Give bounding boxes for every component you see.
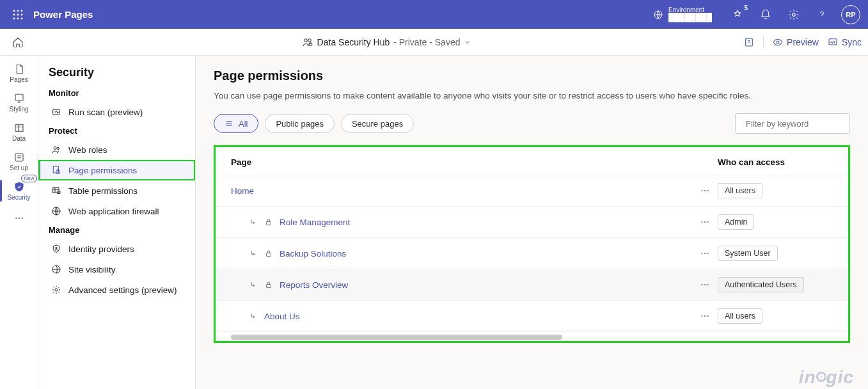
page-link[interactable]: Reports Overview: [280, 280, 348, 290]
svg-point-25: [57, 147, 59, 149]
lock-icon: [264, 280, 273, 289]
nav-title: Security: [49, 66, 185, 79]
preview-label: Preview: [787, 37, 819, 47]
page-link[interactable]: Home: [231, 186, 254, 196]
svg-point-6: [13, 17, 15, 19]
filter-all[interactable]: All: [214, 114, 258, 133]
search-input-wrap[interactable]: [735, 113, 850, 134]
filter-row: All Public pages Secure pages: [214, 113, 850, 134]
role-badge[interactable]: Admin: [718, 214, 754, 230]
table-row[interactable]: Role ManagementAdmin: [216, 207, 848, 238]
nav-identity[interactable]: Identity providers: [38, 239, 195, 259]
nav-run-scan[interactable]: Run scan (preview): [38, 102, 195, 122]
product-name: Power Pages: [33, 9, 93, 20]
svg-rect-26: [53, 166, 58, 173]
rail-security-label: Security: [7, 194, 30, 201]
filter-public[interactable]: Public pages: [265, 114, 334, 133]
page-link[interactable]: Backup Solutions: [280, 249, 346, 258]
rail-styling[interactable]: Styling: [0, 88, 38, 117]
svg-point-15: [777, 41, 779, 44]
scan-icon: [51, 106, 62, 118]
svg-point-11: [304, 38, 307, 42]
sync-button[interactable]: Sync: [828, 37, 862, 47]
row-more-icon[interactable]: [692, 311, 718, 321]
command-bar: Data Security Hub - Private - Saved Prev…: [0, 29, 868, 56]
app-launcher-icon[interactable]: [8, 4, 28, 25]
help-icon[interactable]: [809, 2, 835, 28]
filter-secure[interactable]: Secure pages: [341, 114, 414, 133]
row-more-icon[interactable]: [692, 186, 718, 196]
svg-rect-38: [267, 221, 271, 225]
site-picker[interactable]: Data Security Hub - Private - Saved: [29, 36, 744, 48]
row-more-icon[interactable]: [692, 217, 718, 227]
copilot-icon[interactable]: 5: [725, 2, 750, 28]
row-more-icon[interactable]: [692, 280, 718, 290]
role-badge[interactable]: Authenticated Users: [718, 277, 804, 292]
svg-rect-23: [53, 109, 60, 115]
access-cell: Authenticated Users: [718, 277, 833, 292]
svg-rect-17: [15, 94, 23, 100]
role-badge[interactable]: All users: [718, 183, 762, 198]
rail-more[interactable]: [0, 205, 38, 231]
table-row[interactable]: About UsAll users: [216, 301, 848, 332]
site-lock-icon: [302, 36, 313, 48]
nav-waf[interactable]: Web application firewall: [38, 201, 195, 221]
nav-advanced[interactable]: Advanced settings (preview): [38, 280, 195, 300]
svg-point-37: [707, 190, 709, 191]
settings-icon[interactable]: [781, 2, 807, 28]
sync-label: Sync: [842, 37, 862, 47]
table-row[interactable]: HomeAll users: [216, 175, 848, 207]
svg-point-49: [707, 284, 709, 285]
filter-secure-label: Secure pages: [352, 119, 403, 129]
svg-point-47: [701, 284, 702, 285]
role-badge[interactable]: System User: [718, 246, 778, 261]
lock-icon: [264, 218, 273, 226]
table-row[interactable]: Reports OverviewAuthenticated Users: [216, 269, 848, 301]
rail-data[interactable]: Data: [0, 117, 38, 147]
search-input[interactable]: [745, 118, 855, 129]
page-link[interactable]: Role Management: [280, 218, 350, 227]
visibility-icon: [51, 264, 62, 275]
page-link[interactable]: About Us: [264, 312, 300, 321]
notifications-icon[interactable]: [753, 2, 778, 28]
rail-data-label: Data: [12, 135, 26, 142]
rail-pages[interactable]: Pages: [0, 58, 38, 88]
svg-rect-19: [15, 154, 23, 161]
child-arrow-icon: [249, 312, 258, 321]
filter-public-label: Public pages: [276, 119, 323, 129]
feedback-icon[interactable]: [744, 37, 754, 47]
role-badge[interactable]: All users: [718, 308, 762, 324]
access-cell: All users: [718, 308, 833, 324]
rail-setup[interactable]: Set up: [0, 147, 38, 176]
svg-point-8: [21, 17, 23, 19]
nav-web-roles[interactable]: Web roles: [38, 139, 195, 160]
home-icon[interactable]: [6, 31, 29, 54]
table-row[interactable]: Backup SolutionsSystem User: [216, 238, 848, 269]
row-more-icon[interactable]: [692, 248, 718, 258]
svg-point-22: [21, 218, 22, 219]
svg-point-7: [17, 17, 19, 19]
avatar[interactable]: RP: [841, 5, 860, 24]
grid-header: Page Who can access: [216, 147, 848, 175]
nav-table-permissions[interactable]: Table permissions: [38, 180, 195, 201]
svg-point-52: [707, 315, 709, 317]
roles-icon: [51, 144, 62, 155]
group-protect: Protect: [49, 126, 185, 136]
permissions-grid: Page Who can access HomeAll usersRole Ma…: [214, 145, 850, 343]
nav-page-permissions[interactable]: Page permissions: [38, 160, 195, 180]
environment-picker[interactable]: Environment ████████: [653, 6, 712, 22]
table-perm-icon: [51, 185, 62, 196]
nav-run-scan-label: Run scan (preview): [68, 107, 143, 117]
svg-point-1: [17, 10, 19, 12]
nav-visibility[interactable]: Site visibility: [38, 259, 195, 280]
preview-button[interactable]: Preview: [773, 37, 819, 47]
environment-label: Environment: [668, 6, 712, 13]
svg-point-43: [701, 253, 702, 254]
horizontal-scrollbar[interactable]: [231, 335, 833, 340]
environment-name: ████████: [668, 13, 712, 22]
svg-point-20: [15, 218, 17, 219]
rail-security[interactable]: New Security: [0, 176, 38, 205]
svg-rect-13: [309, 43, 312, 45]
svg-rect-42: [267, 253, 271, 256]
identity-icon: [51, 243, 62, 255]
